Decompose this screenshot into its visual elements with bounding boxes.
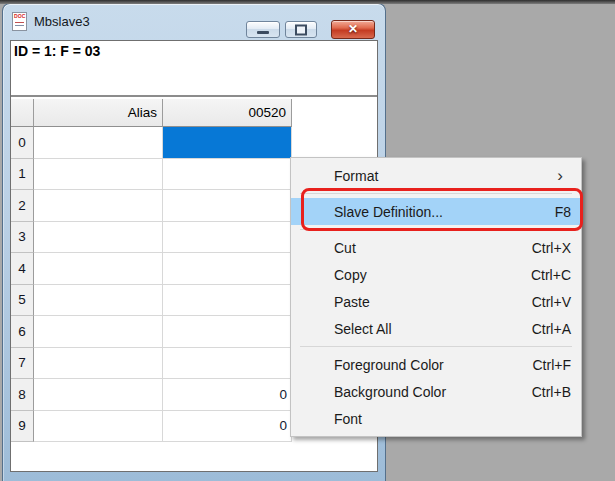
register-cell-7[interactable] <box>163 348 292 380</box>
row-header-6[interactable]: 6 <box>11 316 34 348</box>
register-cell-9[interactable]: 0 <box>163 411 292 443</box>
row-header-7[interactable]: 7 <box>11 348 34 380</box>
menu-item-shortcut: Ctrl+B <box>532 384 571 400</box>
row-header-8[interactable]: 8 <box>11 379 34 411</box>
menu-item-format[interactable]: Format› <box>291 162 581 189</box>
menu-item-shortcut: Ctrl+X <box>532 240 571 256</box>
register-cell-6[interactable] <box>163 316 292 348</box>
menu-item-label: Foreground Color <box>334 357 533 373</box>
titlebar[interactable]: DOC Mbslave3 ✕ <box>3 4 385 40</box>
alias-cell-3[interactable] <box>34 222 163 254</box>
window-title: Mbslave3 <box>34 14 90 29</box>
alias-cell-0[interactable] <box>34 127 163 159</box>
register-cell-0-selected[interactable] <box>163 127 292 159</box>
row-header-1[interactable]: 1 <box>11 159 34 191</box>
column-header-alias: Alias <box>34 99 163 127</box>
menu-item-shortcut: Ctrl+V <box>532 294 571 310</box>
menu-item-label: Font <box>334 411 571 427</box>
menu-item-label: Paste <box>334 294 532 310</box>
menu-item-label: Cut <box>334 240 532 256</box>
register-cell-1[interactable] <box>163 159 292 191</box>
menu-item-shortcut: Ctrl+C <box>531 267 571 283</box>
alias-cell-5[interactable] <box>34 285 163 317</box>
menu-item-shortcut: Ctrl+A <box>532 321 571 337</box>
register-cell-2[interactable] <box>163 190 292 222</box>
grid-row-0: 0 <box>11 127 377 159</box>
top-edge-strip <box>0 0 615 4</box>
menu-item-label: Format <box>334 168 557 184</box>
close-icon: ✕ <box>332 22 374 36</box>
register-cell-4[interactable] <box>163 253 292 285</box>
row-header-3[interactable]: 3 <box>11 222 34 254</box>
alias-cell-7[interactable] <box>34 348 163 380</box>
screen: DOC Mbslave3 ✕ ID = 1: F = 03 Alias00520… <box>0 0 615 481</box>
register-cell-3[interactable] <box>163 222 292 254</box>
column-header-register: 00520 <box>163 99 292 127</box>
row-header-5[interactable]: 5 <box>11 285 34 317</box>
annotation-highlight-box <box>301 188 583 231</box>
alias-cell-9[interactable] <box>34 411 163 443</box>
menu-item-label: Copy <box>334 267 531 283</box>
alias-cell-1[interactable] <box>34 159 163 191</box>
restore-button[interactable] <box>285 21 317 38</box>
close-button[interactable]: ✕ <box>331 20 375 39</box>
alias-cell-6[interactable] <box>34 316 163 348</box>
row-header-2[interactable]: 2 <box>11 190 34 222</box>
row-header-0[interactable]: 0 <box>11 127 34 159</box>
menu-item-foreground-color[interactable]: Foreground ColorCtrl+F <box>291 351 581 378</box>
document-icon: DOC <box>12 12 27 31</box>
menu-item-shortcut: Ctrl+F <box>533 357 572 373</box>
menu-item-label: Select All <box>334 321 532 337</box>
row-header-9[interactable]: 9 <box>11 411 34 443</box>
menu-item-background-color[interactable]: Background ColorCtrl+B <box>291 378 581 405</box>
menu-separator <box>300 346 572 347</box>
corner-header <box>11 99 34 127</box>
minimize-button[interactable] <box>246 21 280 38</box>
grid-header-row: Alias00520 <box>11 99 377 127</box>
minimize-icon <box>257 31 269 34</box>
row-header-4[interactable]: 4 <box>11 253 34 285</box>
register-cell-8[interactable]: 0 <box>163 379 292 411</box>
menu-item-font[interactable]: Font <box>291 405 581 432</box>
alias-cell-8[interactable] <box>34 379 163 411</box>
menu-item-paste[interactable]: PasteCtrl+V <box>291 288 581 315</box>
document-icon-text: DOC <box>14 14 25 20</box>
restore-icon <box>295 24 307 35</box>
register-cell-5[interactable] <box>163 285 292 317</box>
status-line: ID = 1: F = 03 <box>11 41 377 97</box>
menu-item-label: Background Color <box>334 384 532 400</box>
menu-item-cut[interactable]: CutCtrl+X <box>291 234 581 261</box>
alias-cell-2[interactable] <box>34 190 163 222</box>
menu-item-select-all[interactable]: Select AllCtrl+A <box>291 315 581 342</box>
alias-cell-4[interactable] <box>34 253 163 285</box>
menu-item-copy[interactable]: CopyCtrl+C <box>291 261 581 288</box>
submenu-arrow-icon: › <box>557 167 563 184</box>
